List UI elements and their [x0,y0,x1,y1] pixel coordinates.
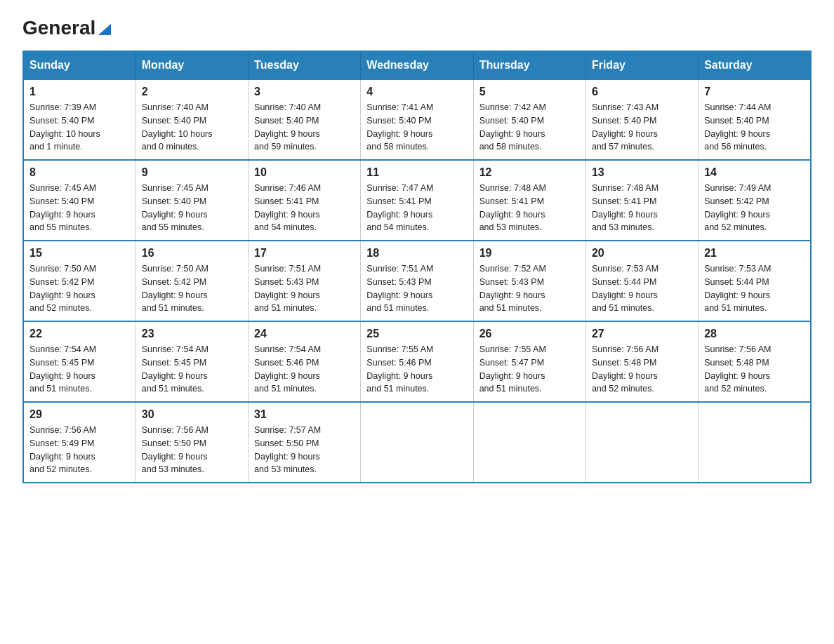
day-number: 23 [142,328,242,340]
day-number: 20 [592,247,692,260]
day-info: Sunrise: 7:48 AMSunset: 5:41 PMDaylight:… [592,183,658,232]
day-info: Sunrise: 7:51 AMSunset: 5:43 PMDaylight:… [366,264,433,313]
calendar-week-row: 8 Sunrise: 7:45 AMSunset: 5:40 PMDayligh… [23,160,811,241]
day-info: Sunrise: 7:56 AMSunset: 5:48 PMDaylight:… [704,344,771,394]
calendar-cell: 26 Sunrise: 7:55 AMSunset: 5:47 PMDaylig… [473,321,585,402]
day-number: 19 [479,247,580,260]
day-number: 7 [704,86,805,98]
day-number: 30 [142,408,242,421]
calendar-cell: 18 Sunrise: 7:51 AMSunset: 5:43 PMDaylig… [361,241,473,321]
day-info: Sunrise: 7:44 AMSunset: 5:40 PMDaylight:… [704,102,771,152]
day-info: Sunrise: 7:50 AMSunset: 5:42 PMDaylight:… [29,264,96,313]
calendar-header-row: SundayMondayTuesdayWednesdayThursdayFrid… [23,51,811,79]
calendar-cell: 3 Sunrise: 7:40 AMSunset: 5:40 PMDayligh… [249,79,361,160]
calendar-cell: 19 Sunrise: 7:52 AMSunset: 5:43 PMDaylig… [473,241,585,321]
day-info: Sunrise: 7:55 AMSunset: 5:46 PMDaylight:… [366,344,433,394]
day-number: 26 [479,328,580,340]
day-number: 10 [254,166,355,179]
calendar-header-saturday: Saturday [699,51,811,79]
day-info: Sunrise: 7:54 AMSunset: 5:45 PMDaylight:… [29,344,96,394]
day-number: 29 [29,408,130,421]
day-number: 22 [29,328,130,340]
day-number: 24 [254,328,355,340]
day-info: Sunrise: 7:52 AMSunset: 5:43 PMDaylight:… [479,264,546,313]
calendar-cell: 7 Sunrise: 7:44 AMSunset: 5:40 PMDayligh… [699,79,811,160]
day-info: Sunrise: 7:56 AMSunset: 5:50 PMDaylight:… [142,425,208,474]
calendar-header-tuesday: Tuesday [249,51,361,79]
calendar-week-row: 1 Sunrise: 7:39 AMSunset: 5:40 PMDayligh… [23,79,811,160]
day-number: 3 [254,86,355,98]
day-number: 8 [29,166,130,179]
day-info: Sunrise: 7:57 AMSunset: 5:50 PMDaylight:… [254,425,321,474]
day-number: 18 [366,247,467,260]
calendar-cell: 15 Sunrise: 7:50 AMSunset: 5:42 PMDaylig… [23,241,135,321]
day-number: 11 [366,166,467,179]
day-info: Sunrise: 7:45 AMSunset: 5:40 PMDaylight:… [142,183,208,232]
calendar-cell: 31 Sunrise: 7:57 AMSunset: 5:50 PMDaylig… [249,402,361,483]
calendar-cell: 22 Sunrise: 7:54 AMSunset: 5:45 PMDaylig… [23,321,135,402]
day-number: 1 [29,86,130,98]
page-header: General [22,17,812,38]
calendar-cell: 13 Sunrise: 7:48 AMSunset: 5:41 PMDaylig… [585,160,698,241]
day-number: 27 [592,328,692,340]
day-info: Sunrise: 7:56 AMSunset: 5:48 PMDaylight:… [592,344,658,394]
calendar-cell: 30 Sunrise: 7:56 AMSunset: 5:50 PMDaylig… [135,402,248,483]
day-info: Sunrise: 7:41 AMSunset: 5:40 PMDaylight:… [366,102,433,152]
day-info: Sunrise: 7:39 AMSunset: 5:40 PMDaylight:… [29,102,100,152]
calendar-cell: 28 Sunrise: 7:56 AMSunset: 5:48 PMDaylig… [699,321,811,402]
day-info: Sunrise: 7:47 AMSunset: 5:41 PMDaylight:… [366,183,433,232]
day-info: Sunrise: 7:45 AMSunset: 5:40 PMDaylight:… [29,183,96,232]
calendar-cell: 21 Sunrise: 7:53 AMSunset: 5:44 PMDaylig… [699,241,811,321]
logo-main: General [22,17,95,39]
calendar-table: SundayMondayTuesdayWednesdayThursdayFrid… [22,51,812,483]
day-info: Sunrise: 7:40 AMSunset: 5:40 PMDaylight:… [142,102,213,152]
calendar-cell [473,402,585,483]
calendar-cell: 11 Sunrise: 7:47 AMSunset: 5:41 PMDaylig… [361,160,473,241]
calendar-cell: 2 Sunrise: 7:40 AMSunset: 5:40 PMDayligh… [135,79,248,160]
day-info: Sunrise: 7:50 AMSunset: 5:42 PMDaylight:… [142,264,208,313]
calendar-header-wednesday: Wednesday [361,51,473,79]
day-info: Sunrise: 7:53 AMSunset: 5:44 PMDaylight:… [592,264,658,313]
calendar-cell [361,402,473,483]
calendar-cell [585,402,698,483]
calendar-header-friday: Friday [585,51,698,79]
day-info: Sunrise: 7:56 AMSunset: 5:49 PMDaylight:… [29,425,96,474]
day-info: Sunrise: 7:54 AMSunset: 5:45 PMDaylight:… [142,344,208,394]
day-number: 4 [366,86,467,98]
day-number: 16 [142,247,242,260]
day-info: Sunrise: 7:43 AMSunset: 5:40 PMDaylight:… [592,102,658,152]
day-number: 28 [704,328,805,340]
calendar-cell: 6 Sunrise: 7:43 AMSunset: 5:40 PMDayligh… [585,79,698,160]
day-number: 6 [592,86,692,98]
calendar-cell [699,402,811,483]
calendar-cell: 4 Sunrise: 7:41 AMSunset: 5:40 PMDayligh… [361,79,473,160]
logo-triangle-icon [97,21,112,36]
calendar-cell: 9 Sunrise: 7:45 AMSunset: 5:40 PMDayligh… [135,160,248,241]
calendar-week-row: 29 Sunrise: 7:56 AMSunset: 5:49 PMDaylig… [23,402,811,483]
day-info: Sunrise: 7:46 AMSunset: 5:41 PMDaylight:… [254,183,321,232]
calendar-header-thursday: Thursday [473,51,585,79]
calendar-cell: 25 Sunrise: 7:55 AMSunset: 5:46 PMDaylig… [361,321,473,402]
day-info: Sunrise: 7:40 AMSunset: 5:40 PMDaylight:… [254,102,321,152]
calendar-cell: 20 Sunrise: 7:53 AMSunset: 5:44 PMDaylig… [585,241,698,321]
logo: General [22,17,112,38]
day-number: 9 [142,166,242,179]
day-info: Sunrise: 7:49 AMSunset: 5:42 PMDaylight:… [704,183,771,232]
day-info: Sunrise: 7:48 AMSunset: 5:41 PMDaylight:… [479,183,546,232]
calendar-cell: 10 Sunrise: 7:46 AMSunset: 5:41 PMDaylig… [249,160,361,241]
calendar-cell: 29 Sunrise: 7:56 AMSunset: 5:49 PMDaylig… [23,402,135,483]
day-number: 31 [254,408,355,421]
calendar-cell: 16 Sunrise: 7:50 AMSunset: 5:42 PMDaylig… [135,241,248,321]
calendar-cell: 27 Sunrise: 7:56 AMSunset: 5:48 PMDaylig… [585,321,698,402]
day-number: 17 [254,247,355,260]
calendar-cell: 1 Sunrise: 7:39 AMSunset: 5:40 PMDayligh… [23,79,135,160]
day-number: 2 [142,86,242,98]
calendar-header-sunday: Sunday [23,51,135,79]
day-number: 15 [29,247,130,260]
calendar-cell: 24 Sunrise: 7:54 AMSunset: 5:46 PMDaylig… [249,321,361,402]
svg-marker-0 [98,24,111,35]
day-info: Sunrise: 7:54 AMSunset: 5:46 PMDaylight:… [254,344,321,394]
day-number: 21 [704,247,805,260]
day-number: 12 [479,166,580,179]
day-number: 13 [592,166,692,179]
